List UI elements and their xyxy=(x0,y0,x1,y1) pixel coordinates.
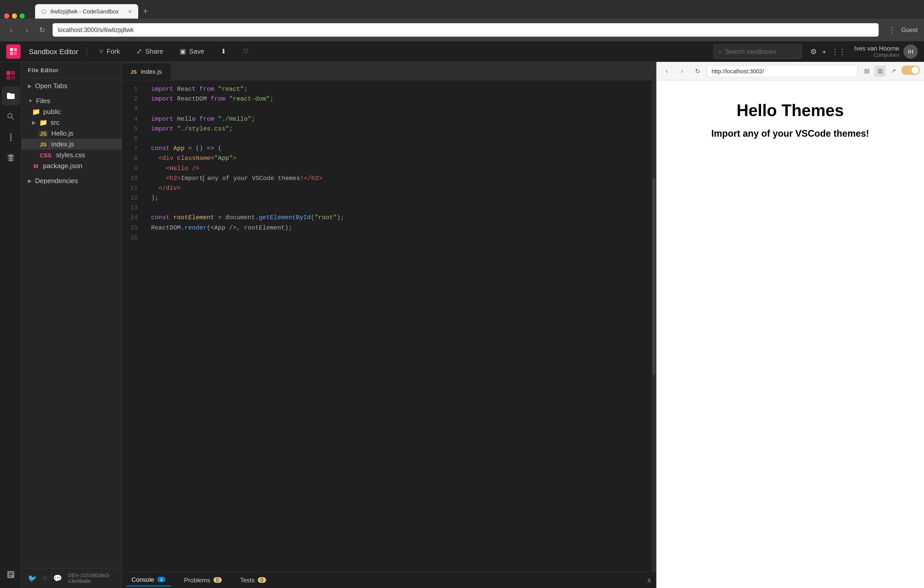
sidebar-item-src[interactable]: ▶ 📁 src xyxy=(21,117,122,128)
fork-label: Fork xyxy=(106,48,120,55)
sidebar-item-files[interactable]: ▼ Files + 📁 ⊟ xyxy=(21,96,122,106)
traffic-red[interactable] xyxy=(4,13,9,18)
like-button[interactable]: ♡ xyxy=(239,45,253,57)
hello-js-label: Hello.js xyxy=(51,129,117,137)
browser-tabs: ⬡ 6wllzpj8wk - CodeSandbox ✕ + xyxy=(0,0,924,18)
code-line-11: </div> xyxy=(151,183,644,193)
activity-item-deploy[interactable] xyxy=(1,149,20,167)
fork-icon: ⑂ xyxy=(99,48,103,55)
browser-chrome: ⬡ 6wllzpj8wk - CodeSandbox ✕ + ‹ › ↻ loc… xyxy=(0,0,924,41)
tests-badge: 0 xyxy=(257,577,266,583)
search-box[interactable]: ⌕ xyxy=(714,44,802,59)
css-file-icon: CSS xyxy=(38,151,53,159)
settings-icon[interactable]: ⚙ xyxy=(810,47,817,55)
preview-toggle[interactable] xyxy=(901,65,920,74)
preview-forward-button[interactable]: › xyxy=(676,65,688,77)
sidebar-item-hello-js[interactable]: JS Hello.js xyxy=(21,128,122,139)
preview-text-content: Hello Themes Import any of your VSCode t… xyxy=(711,101,869,139)
chat-icon[interactable]: 💬 xyxy=(53,574,62,582)
code-line-1: import React from "react"; xyxy=(151,84,644,94)
download-button[interactable]: ⬇ xyxy=(216,45,231,57)
share-button[interactable]: ⤢ Share xyxy=(132,45,167,57)
svg-rect-4 xyxy=(6,71,10,75)
header-icons: ⚙ + ⋮⋮ xyxy=(810,47,846,55)
user-name: Ives van Hoorne xyxy=(854,45,899,52)
problems-tab[interactable]: Problems 0 xyxy=(179,574,227,586)
activity-bar xyxy=(0,62,21,588)
avatar: IH xyxy=(903,44,918,59)
sidebar-item-index-js[interactable]: JS index.js xyxy=(21,139,122,150)
js-file-icon: JS xyxy=(38,130,48,137)
save-button[interactable]: ▣ Save xyxy=(176,45,208,57)
preview-layout-2-icon[interactable]: ▥ xyxy=(874,65,886,77)
code-line-2: import ReactDOM from "react-dom"; xyxy=(151,94,644,104)
collapse-icon[interactable]: ⊟ xyxy=(112,97,117,104)
code-line-3 xyxy=(151,104,644,114)
problems-badge: 0 xyxy=(213,577,221,583)
sidebar-section-dependencies: ▶ Dependencies xyxy=(21,173,122,188)
editor-tab-index-js[interactable]: JS index.js xyxy=(122,63,171,80)
save-icon: ▣ xyxy=(180,48,186,55)
github-icon[interactable]: ⑂ xyxy=(43,574,47,582)
svg-rect-6 xyxy=(6,76,10,80)
activity-item-logo[interactable] xyxy=(1,66,20,84)
collapse-panel-button[interactable]: ∧ xyxy=(647,576,652,584)
tests-tab[interactable]: Tests 0 xyxy=(235,574,271,586)
editor-content: 12345 678910 1112131415 16 import React … xyxy=(122,81,656,571)
code-line-13 xyxy=(151,203,644,213)
preview-layout-1-icon[interactable]: ▤ xyxy=(861,65,873,77)
activity-item-search[interactable] xyxy=(1,107,20,126)
notifications-icon[interactable]: ⋮⋮ xyxy=(832,47,846,55)
scroll-bar[interactable] xyxy=(652,81,656,571)
open-tabs-label: Open Tabs xyxy=(35,82,117,90)
add-icon[interactable]: + xyxy=(822,47,826,55)
add-file-icon[interactable]: + xyxy=(97,97,101,104)
sidebar-item-package-json[interactable]: M package.json xyxy=(21,160,122,171)
search-input[interactable] xyxy=(725,48,797,55)
browser-tab-active[interactable]: ⬡ 6wllzpj8wk - CodeSandbox ✕ xyxy=(35,4,138,18)
traffic-yellow[interactable] xyxy=(12,13,17,18)
js-file-icon: JS xyxy=(38,140,48,148)
activity-item-files[interactable] xyxy=(1,87,20,105)
sidebar-item-open-tabs[interactable]: ▶ Open Tabs xyxy=(21,81,122,91)
traffic-green[interactable] xyxy=(20,13,25,18)
sidebar-bottom: 🐦 ⑂ 💬 DEV-15316628e3-c3e48a8e xyxy=(21,568,122,588)
editor-tabs: JS index.js xyxy=(122,62,656,81)
back-button[interactable]: ‹ xyxy=(6,25,16,35)
code-line-5: import "./styles.css"; xyxy=(151,124,644,134)
preview-layout-3-icon[interactable]: ↗ xyxy=(888,65,899,77)
chevron-right-icon: ▶ xyxy=(32,120,36,126)
sidebar-item-public[interactable]: 📁 public xyxy=(21,106,122,117)
fork-button[interactable]: ⑂ Fork xyxy=(95,45,124,57)
url-bar[interactable]: localhost:3000/s/6wllzpj8wk xyxy=(53,23,879,36)
user-info: Ives van Hoorne Compulves IH xyxy=(854,44,918,59)
preview-url-bar[interactable]: http://localhost:3002/ xyxy=(707,65,858,77)
url-text: localhost:3000/s/6wllzpj8wk xyxy=(58,26,134,33)
tab-close-button[interactable]: ✕ xyxy=(128,8,132,14)
js-tab-icon: JS xyxy=(130,69,137,74)
svg-point-10 xyxy=(10,140,12,141)
preview-back-button[interactable]: ‹ xyxy=(660,65,673,77)
console-tab[interactable]: Console 4 xyxy=(126,574,171,586)
preview-reload-button[interactable]: ↻ xyxy=(691,65,704,77)
index-js-label: index.js xyxy=(51,140,117,148)
activity-item-integrations[interactable] xyxy=(1,565,20,584)
sidebar-item-styles-css[interactable]: CSS styles.css xyxy=(21,150,122,160)
code-line-9: <Hello /> xyxy=(151,164,644,173)
sidebar-item-dependencies[interactable]: ▶ Dependencies xyxy=(21,175,122,186)
sidebar-section-files: ▼ Files + 📁 ⊟ 📁 public ▶ 📁 xyxy=(21,93,122,173)
scroll-thumb xyxy=(652,179,655,375)
editor-area: JS index.js 12345 678910 1112131415 16 i… xyxy=(122,62,656,588)
activity-item-git[interactable] xyxy=(1,128,20,147)
code-editor[interactable]: import React from "react"; import ReactD… xyxy=(143,81,652,571)
new-tab-button[interactable]: + xyxy=(138,4,153,18)
console-label: Console xyxy=(132,576,154,583)
twitter-icon[interactable]: 🐦 xyxy=(28,574,36,582)
reload-button[interactable]: ↻ xyxy=(37,25,48,35)
download-icon: ⬇ xyxy=(221,48,226,55)
code-line-4: import Hello from "./Hello"; xyxy=(151,114,644,124)
forward-button[interactable]: › xyxy=(21,25,32,35)
add-folder-icon[interactable]: 📁 xyxy=(102,97,111,104)
svg-rect-3 xyxy=(14,52,17,55)
browser-menu-button[interactable]: ⋮ xyxy=(888,25,896,35)
